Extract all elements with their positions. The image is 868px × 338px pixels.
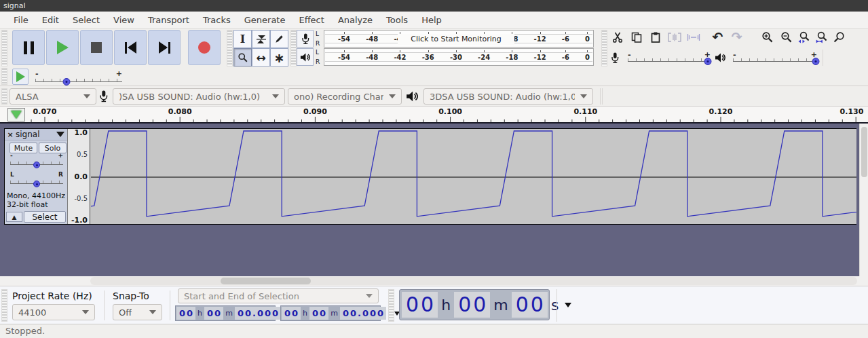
playback-device-icon-wrap — [406, 90, 418, 105]
vertical-ruler[interactable]: 1.00.50.0-0.5-1.0 — [68, 129, 90, 224]
start-minutes[interactable]: 00 — [204, 307, 223, 320]
timeline-label-0: 0.070 — [33, 107, 57, 116]
edit-toolbar-grip[interactable] — [601, 30, 607, 67]
recording-meter-body[interactable]: -54-48-42-36-30-24-18-12-60 Click to Sta… — [324, 30, 594, 48]
undo-button[interactable]: ↶ — [709, 29, 726, 45]
transport-toolbar-grip[interactable] — [1, 30, 7, 67]
pause-button[interactable] — [12, 30, 45, 65]
pan-slider[interactable]: L R — [10, 176, 63, 186]
recording-meter-button[interactable] — [297, 30, 314, 48]
draw-tool-button[interactable] — [270, 30, 288, 48]
track-select-button[interactable]: Select — [24, 211, 66, 223]
start-hours[interactable]: 00 — [176, 307, 195, 320]
playback-device-select[interactable]: 3DSA USB SOUND: Audio (hw:1,0) — [423, 88, 593, 105]
chevron-down-icon — [366, 294, 373, 298]
meter-toolbar-grip[interactable] — [290, 30, 297, 67]
multi-tool-button[interactable]: ∗ — [270, 48, 288, 67]
play-at-speed-button[interactable] — [12, 69, 29, 85]
audio-track[interactable]: × signal Mute Solo - + L R — [4, 128, 856, 225]
monitoring-overlay[interactable]: Click to Start Monitoring — [398, 34, 514, 45]
timeshift-tool-button[interactable]: ↔ — [252, 48, 270, 67]
audio-position-display[interactable]: 00 h 00 m 00 s — [399, 289, 550, 320]
playback-meter-button[interactable] — [297, 48, 314, 66]
skip-to-end-button[interactable] — [148, 30, 181, 65]
envelope-tool-button[interactable] — [252, 30, 270, 48]
start-seconds[interactable]: 00.000 — [235, 307, 281, 320]
trim-audio-icon — [668, 33, 681, 42]
playback-speed-slider[interactable]: - + — [35, 73, 122, 84]
project-rate-select[interactable]: 44100 — [12, 304, 95, 320]
menu-item-1[interactable]: Edit — [35, 13, 66, 27]
recording-volume-slider[interactable]: - + — [628, 54, 711, 64]
position-seconds[interactable]: 00 — [512, 292, 548, 318]
copy-button[interactable] — [628, 29, 645, 45]
selection-toolbar-grip[interactable] — [1, 289, 7, 322]
playback-volume-slider[interactable]: - + — [733, 54, 817, 64]
position-hours[interactable]: 00 — [402, 292, 438, 318]
position-minutes[interactable]: 00 — [454, 292, 490, 318]
window-titlebar[interactable]: signal — [0, 0, 868, 12]
menu-item-7[interactable]: Effect — [292, 13, 331, 27]
paste-button[interactable] — [647, 29, 664, 45]
horizontal-scrollbar-track[interactable] — [90, 277, 857, 285]
vertical-scrollbar-thumb[interactable] — [861, 127, 867, 177]
waveform[interactable] — [91, 129, 856, 224]
silence-audio-button[interactable] — [685, 29, 702, 45]
menu-item-4[interactable]: Transport — [141, 13, 196, 27]
track-menu-icon[interactable] — [56, 132, 64, 137]
audio-host-select[interactable]: ALSA — [10, 88, 96, 105]
close-track-icon[interactable]: × — [5, 130, 16, 139]
timeline-ruler[interactable]: 0.0700.0800.0900.1000.1100.1200.130 — [0, 107, 868, 124]
device-toolbar-grip[interactable] — [1, 88, 7, 105]
collapse-track-button[interactable]: ▲ — [6, 212, 22, 222]
menu-item-0[interactable]: File — [7, 13, 35, 27]
menu-item-5[interactable]: Tracks — [196, 13, 238, 27]
end-hours[interactable]: 00 — [282, 307, 301, 320]
zoom-out-button[interactable] — [778, 29, 795, 45]
playspeed-toolbar-grip[interactable] — [1, 68, 7, 85]
track-canvas[interactable]: × signal Mute Solo - + L R — [0, 124, 868, 276]
selection-end-field[interactable]: 00 h 00 m 00.000 s — [280, 305, 381, 321]
selection-start-field[interactable]: 00 h 00 m 00.000 s — [175, 305, 276, 321]
menu-item-2[interactable]: Select — [66, 13, 107, 27]
play-button[interactable] — [46, 30, 79, 65]
end-seconds[interactable]: 00.000 — [340, 307, 386, 320]
menu-item-10[interactable]: Help — [415, 13, 449, 27]
recording-channels-select[interactable]: ono) Recording Channel — [288, 88, 402, 105]
vertical-scrollbar[interactable] — [859, 124, 868, 276]
redo-button[interactable]: ↷ — [728, 29, 745, 45]
time-toolbar-grip[interactable] — [388, 289, 394, 322]
menu-item-8[interactable]: Analyze — [331, 13, 379, 27]
cut-button[interactable] — [609, 29, 626, 45]
fit-project-button[interactable] — [813, 29, 830, 45]
horizontal-scrollbar-thumb[interactable] — [221, 278, 311, 284]
pan-thumb[interactable] — [33, 181, 40, 187]
rec-vol-thumb[interactable] — [704, 58, 712, 65]
mute-button[interactable]: Mute — [10, 143, 37, 153]
snap-to-select[interactable]: Off — [113, 304, 162, 320]
playback-meter-body[interactable]: -54-48-42-36-30-24-18-12-60 — [324, 48, 594, 66]
play-vol-thumb[interactable] — [812, 58, 819, 65]
chevron-down-icon[interactable] — [565, 303, 571, 307]
zoom-toggle-button[interactable] — [831, 29, 848, 45]
horizontal-scrollbar[interactable] — [0, 276, 868, 286]
fit-selection-button[interactable] — [795, 29, 812, 45]
speed-slider-thumb[interactable] — [63, 78, 71, 86]
track-name-row[interactable]: × signal — [5, 129, 67, 140]
zoom-in-button[interactable] — [759, 29, 776, 45]
recording-device-select[interactable]: )SA USB SOUND: Audio (hw:1,0) — [113, 88, 285, 105]
menu-item-6[interactable]: Generate — [238, 13, 293, 27]
record-button[interactable] — [188, 30, 221, 65]
menu-item-9[interactable]: Tools — [379, 13, 415, 27]
selection-tool-button[interactable]: I — [233, 30, 252, 48]
selection-mode-select[interactable]: Start and End of Selection — [178, 288, 379, 303]
skip-to-start-button[interactable] — [114, 30, 147, 65]
end-minutes[interactable]: 00 — [309, 307, 328, 320]
gain-thumb[interactable] — [33, 162, 40, 168]
tools-toolbar-grip[interactable] — [227, 30, 233, 67]
zoom-tool-button[interactable] — [233, 48, 252, 67]
menu-item-3[interactable]: View — [107, 13, 141, 27]
stop-button[interactable] — [80, 30, 113, 65]
gain-slider[interactable]: - + — [10, 157, 63, 167]
trim-audio-button[interactable] — [666, 29, 683, 45]
